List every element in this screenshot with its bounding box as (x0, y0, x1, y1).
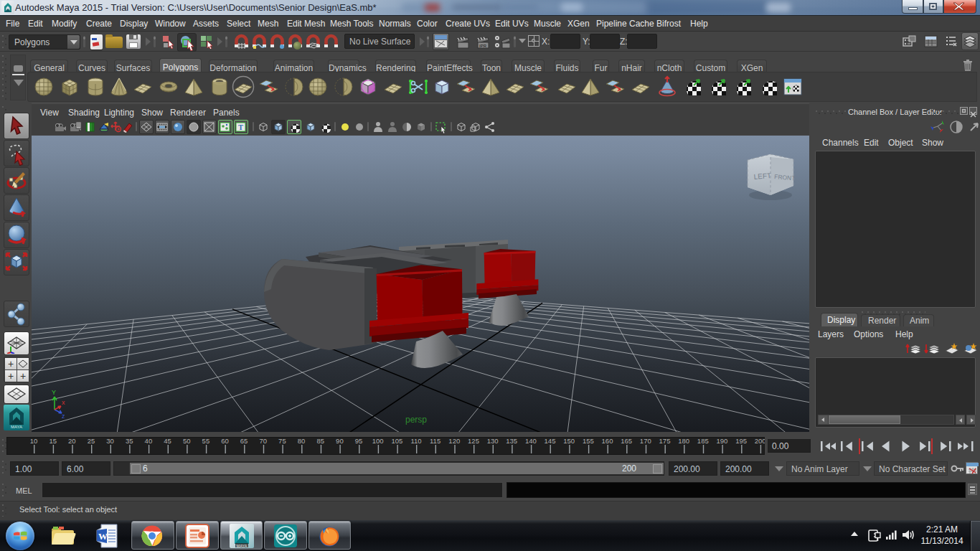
svg-text:MAYA: MAYA (11, 425, 22, 429)
svg-text:T: T (238, 123, 243, 131)
svg-text:160: 160 (602, 437, 613, 445)
svg-text:95: 95 (355, 437, 363, 445)
svg-text:145: 145 (545, 437, 556, 445)
svg-text:35: 35 (126, 437, 133, 445)
svg-text:50: 50 (183, 437, 191, 445)
svg-text:130: 130 (487, 437, 499, 445)
svg-text:110: 110 (410, 437, 421, 445)
svg-text:120: 120 (448, 437, 460, 445)
svg-text:45: 45 (164, 437, 171, 445)
svg-text:MAYA: MAYA (237, 544, 248, 548)
svg-text:30: 30 (106, 437, 114, 445)
svg-text:90: 90 (336, 437, 344, 445)
svg-text:100: 100 (372, 437, 384, 445)
svg-text:10: 10 (30, 437, 38, 445)
svg-text:40: 40 (145, 437, 153, 445)
svg-text:15: 15 (49, 437, 57, 445)
svg-text:x: x (62, 399, 65, 406)
svg-text:70: 70 (260, 437, 268, 445)
svg-text:125: 125 (468, 437, 479, 445)
svg-text:175: 175 (659, 437, 671, 445)
svg-text:105: 105 (391, 437, 402, 445)
svg-text:190: 190 (716, 437, 727, 445)
svg-text:65: 65 (240, 437, 248, 445)
svg-text:25: 25 (88, 437, 95, 445)
svg-text:IPR: IPR (479, 44, 487, 48)
svg-text:75: 75 (278, 437, 286, 445)
svg-text:185: 185 (697, 437, 709, 445)
svg-text:85: 85 (317, 437, 325, 445)
svg-text:200: 200 (755, 437, 765, 445)
svg-text:195: 195 (735, 437, 747, 445)
svg-text:135: 135 (506, 437, 517, 445)
svg-text:20: 20 (68, 437, 76, 445)
svg-text:60: 60 (221, 437, 229, 445)
svg-text:140: 140 (525, 437, 537, 445)
svg-text:z: z (62, 413, 65, 420)
svg-text:170: 170 (640, 437, 651, 445)
svg-text:180: 180 (678, 437, 689, 445)
svg-text:LEFT: LEFT (753, 171, 771, 181)
svg-text:W: W (98, 531, 108, 542)
svg-text:155: 155 (583, 437, 594, 445)
svg-text:persp: persp (405, 415, 427, 425)
svg-text:80: 80 (298, 437, 306, 445)
svg-text:150: 150 (563, 437, 575, 445)
svg-text:Y: Y (52, 389, 56, 396)
svg-text:115: 115 (430, 437, 440, 445)
svg-text:165: 165 (621, 437, 632, 445)
svg-text:55: 55 (202, 437, 210, 445)
